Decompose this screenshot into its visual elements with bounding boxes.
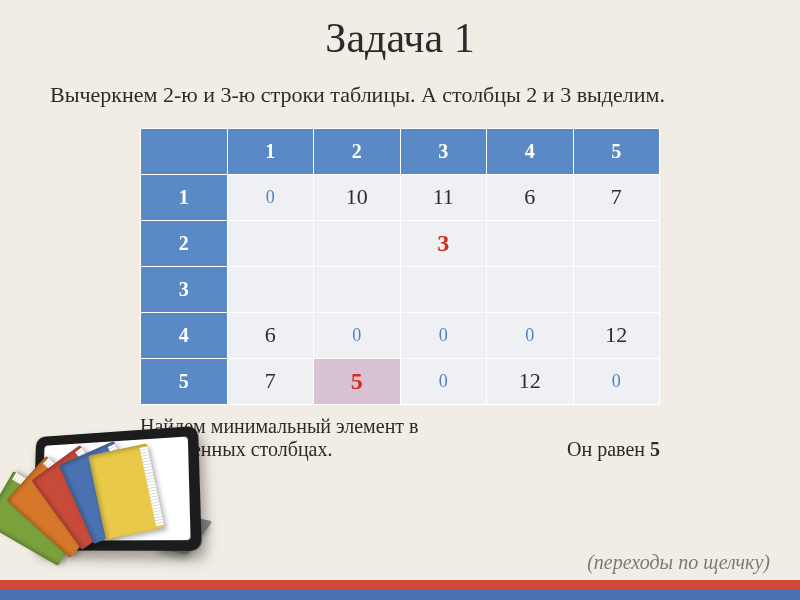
table-cell: 5	[314, 358, 401, 404]
column-header: 5	[573, 128, 660, 174]
row-header: 1	[141, 174, 228, 220]
decorative-bar-blue	[0, 590, 800, 600]
table-cell: 0	[400, 358, 487, 404]
row-header: 2	[141, 220, 228, 266]
page-title: Задача 1	[0, 0, 800, 62]
decorative-bar-red	[0, 580, 800, 590]
tablet-books-illustration	[18, 420, 208, 570]
column-header: 2	[314, 128, 401, 174]
table-cell: 0	[227, 174, 314, 220]
table-cell: 0	[573, 358, 660, 404]
table-cell	[573, 220, 660, 266]
table-cell: 12	[573, 312, 660, 358]
table-corner	[141, 128, 228, 174]
table-cell: 7	[573, 174, 660, 220]
table-cell: 0	[314, 312, 401, 358]
row-header: 4	[141, 312, 228, 358]
caption-answer-prefix: Он равен	[567, 438, 650, 460]
table-cell	[314, 266, 401, 312]
column-header: 3	[400, 128, 487, 174]
column-header: 1	[227, 128, 314, 174]
table-cell: 6	[487, 174, 574, 220]
table-cell	[400, 266, 487, 312]
table-cell	[573, 266, 660, 312]
table-cell: 12	[487, 358, 574, 404]
footer-hint: (переходы по щелчку)	[587, 551, 770, 574]
subtitle-text: Вычеркнем 2-ю и 3-ю строки таблицы. А ст…	[0, 62, 800, 120]
caption-block: Найдем минимальный элемент в выделенных …	[140, 415, 660, 461]
caption-answer: Он равен 5	[567, 438, 660, 461]
table-cell: 11	[400, 174, 487, 220]
table-cell	[227, 266, 314, 312]
table-cell	[227, 220, 314, 266]
table-cell: 7	[227, 358, 314, 404]
row-header: 3	[141, 266, 228, 312]
table-cell: 0	[400, 312, 487, 358]
table-cell: 3	[400, 220, 487, 266]
column-header: 4	[487, 128, 574, 174]
table-cell: 0	[487, 312, 574, 358]
matrix-table: 123451010116723346000125750120	[140, 128, 660, 405]
caption-answer-value: 5	[650, 438, 660, 460]
table-cell: 10	[314, 174, 401, 220]
table-cell	[487, 266, 574, 312]
table-cell	[314, 220, 401, 266]
row-header: 5	[141, 358, 228, 404]
table-cell	[487, 220, 574, 266]
table-cell: 6	[227, 312, 314, 358]
